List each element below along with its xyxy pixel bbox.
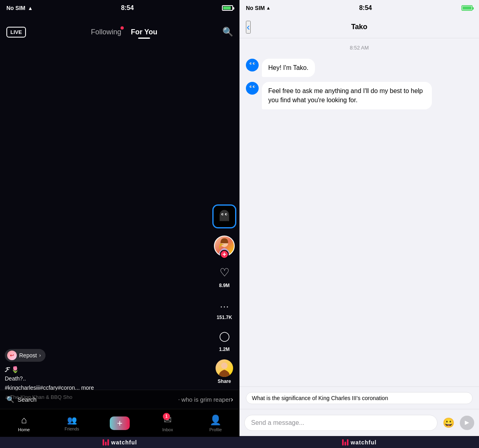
back-button[interactable]: ‹ — [246, 21, 251, 34]
right-watchful-logo — [342, 439, 348, 446]
suggestion-pill[interactable]: What is the significance of King Charles… — [246, 392, 473, 404]
share-avatar-img — [216, 359, 233, 377]
logo-l-s1 — [103, 439, 104, 446]
message-row-1: Hey! I'm Tako. — [246, 59, 473, 77]
left-panel: No SIM ▲ 8:54 LIVE Following For You 🔍 — [0, 0, 240, 448]
search-query: who is grim reaper — [182, 396, 231, 403]
left-watchful-footer: watchful — [0, 437, 240, 448]
status-bar: No SIM ▲ 8:54 — [0, 0, 240, 16]
tab-inbox[interactable]: ✉ 1 Inbox — [144, 414, 192, 432]
share-button[interactable]: Share — [216, 359, 233, 384]
time-label: 8:54 — [121, 4, 134, 12]
repost-label: Repost — [19, 352, 37, 359]
following-notification — [121, 26, 124, 30]
tab-following[interactable]: Following — [91, 28, 121, 36]
logo-r-s3 — [347, 439, 348, 446]
tako-ghost-icon-2 — [246, 82, 259, 95]
message-input[interactable]: Send a message... — [244, 415, 437, 431]
suggestion-bar[interactable]: What is the significance of King Charles… — [240, 387, 479, 409]
svg-point-25 — [221, 363, 228, 369]
bookmark-button[interactable]: ◯ 1.2M — [216, 327, 233, 352]
add-icon: + — [110, 416, 130, 430]
inbox-icon-container: ✉ 1 — [164, 414, 172, 426]
repost-chevron: › — [39, 353, 41, 358]
share-avatar — [216, 359, 233, 377]
search-arrow-icon: › — [231, 395, 233, 404]
like-button[interactable]: ♡ 8.9M — [216, 264, 233, 288]
profile-label: Profile — [209, 427, 222, 432]
search-bar-icon: 🔍 — [6, 396, 14, 403]
status-bar-right — [222, 5, 233, 11]
video-description: Death?.. — [5, 375, 203, 383]
tab-friends[interactable]: 👥 Friends — [48, 415, 96, 431]
logo-r-s1 — [342, 439, 344, 446]
comment-button[interactable]: … 151.7K — [216, 295, 233, 320]
bot-avatar-1 — [246, 59, 259, 71]
logo-l-s3 — [107, 439, 109, 446]
emoji-button[interactable]: 😀 — [441, 416, 456, 430]
logo-l-s2 — [105, 442, 107, 446]
inbox-label: Inbox — [162, 427, 173, 432]
search-prefix: Search — [18, 396, 176, 403]
ghost-icon — [217, 209, 232, 224]
svg-point-23 — [226, 214, 227, 215]
svg-point-38 — [254, 86, 255, 87]
right-carrier: No SIM — [246, 5, 265, 11]
svg-point-11 — [116, 91, 123, 98]
right-status-left: No SIM ▴ — [246, 5, 269, 11]
live-button[interactable]: LIVE — [6, 27, 26, 38]
right-battery-icon — [461, 5, 473, 11]
right-watchful-footer: watchful — [240, 437, 479, 448]
search-suggestion-bar[interactable]: 🔍 Search · who is grim reaper › — [0, 390, 240, 409]
like-count: 8.9M — [219, 283, 230, 288]
right-status-right — [461, 5, 473, 11]
creator-avatar-selected[interactable] — [212, 204, 236, 228]
left-watchful-label: watchful — [111, 439, 137, 446]
send-button[interactable]: ► — [460, 416, 474, 430]
comment-icon: … — [216, 295, 233, 313]
profile-icon: 👤 — [210, 414, 222, 426]
battery-icon — [222, 5, 233, 11]
home-label: Home — [18, 427, 30, 432]
svg-point-32 — [254, 63, 255, 64]
right-battery-fill — [463, 6, 471, 10]
action-buttons: + ♡ 8.9M … 151.7K ◯ 1.2M — [212, 204, 236, 384]
right-panel: No SIM ▴ 8:54 ‹ Tako 8:52 AM — [240, 0, 479, 448]
tab-profile[interactable]: 👤 Profile — [192, 414, 240, 432]
comment-count: 151.7K — [217, 315, 232, 320]
chat-timestamp: 8:52 AM — [246, 45, 473, 51]
message-bubble-1: Hey! I'm Tako. — [262, 59, 315, 77]
status-bar-left: No SIM ▲ — [6, 5, 33, 11]
svg-point-22 — [222, 214, 224, 215]
svg-point-37 — [251, 86, 251, 87]
bottom-tab-bar: ⌂ Home 👥 Friends + ✉ 1 Inbox 👤 Profile — [0, 409, 240, 437]
tab-add[interactable]: + — [96, 416, 144, 430]
tako-ghost-icon — [246, 59, 259, 71]
inbox-badge: 1 — [163, 413, 170, 420]
search-icon[interactable]: 🔍 — [222, 27, 233, 37]
bot-avatar-2 — [246, 82, 259, 95]
wifi-icon: ▲ — [28, 5, 33, 11]
share-label: Share — [218, 379, 231, 384]
svg-point-31 — [251, 63, 251, 64]
chat-title: Tako — [351, 23, 368, 31]
search-dot: · — [178, 396, 180, 403]
carrier-label: No SIM — [6, 5, 25, 11]
message-bubble-2: Feel free to ask me anything and I'll do… — [262, 82, 432, 109]
repost-avatar: ↩ — [7, 351, 17, 360]
friends-label: Friends — [65, 426, 79, 431]
message-row-2: Feel free to ask me anything and I'll do… — [246, 82, 473, 109]
tab-home[interactable]: ⌂ Home — [0, 414, 48, 432]
creator-avatar-2-container: + — [214, 236, 235, 256]
avatar-follow-plus[interactable]: + — [220, 250, 229, 259]
bookmark-icon: ◯ — [216, 327, 233, 345]
bookmark-count: 1.2M — [219, 347, 230, 352]
tab-foryou[interactable]: For You — [131, 28, 157, 36]
battery-fill — [223, 6, 231, 10]
right-watchful-label: watchful — [351, 439, 377, 446]
message-input-bar: Send a message... 😀 ► — [240, 409, 479, 436]
repost-button[interactable]: ↩ Repost › — [5, 349, 46, 362]
right-wifi-icon: ▴ — [267, 5, 269, 11]
chat-messages: 8:52 AM Hey! I'm Tako. — [240, 38, 479, 387]
friends-icon: 👥 — [67, 415, 77, 425]
